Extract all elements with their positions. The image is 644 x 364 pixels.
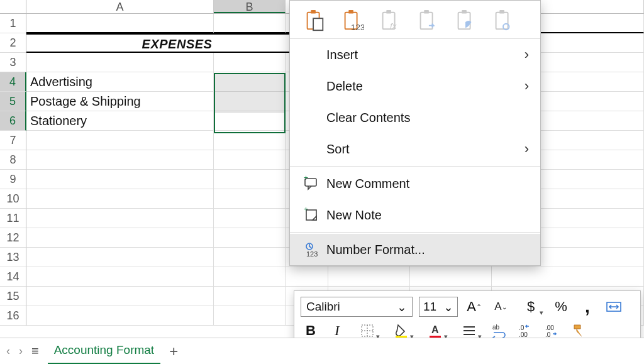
next-sheet-icon[interactable]: ›	[19, 345, 23, 358]
all-sheets-icon[interactable]: ≡	[31, 344, 39, 358]
svg-rect-13	[496, 13, 508, 30]
svg-rect-10	[424, 10, 429, 14]
row-7[interactable]: 7	[0, 131, 26, 150]
svg-text:fx: fx	[390, 21, 397, 31]
cell[interactable]	[26, 228, 214, 248]
menu-note-label: New Note	[326, 208, 382, 223]
merge-center-icon[interactable]	[604, 297, 624, 317]
row-11[interactable]: 11	[0, 209, 26, 228]
menu-insert[interactable]: Insert›	[290, 39, 540, 70]
row-13[interactable]: 13	[0, 248, 26, 267]
chevron-right-icon: ›	[525, 141, 529, 157]
cell[interactable]	[26, 189, 214, 209]
svg-rect-9	[421, 13, 433, 30]
row-1[interactable]: 1	[0, 14, 26, 33]
decrease-font-icon[interactable]: A⌄	[491, 297, 511, 317]
svg-text:ab: ab	[492, 324, 500, 331]
row-6[interactable]: 6	[0, 111, 26, 131]
col-A[interactable]: A	[26, 0, 214, 13]
cell[interactable]	[214, 228, 286, 248]
sheet-tab-active[interactable]: Accounting Format	[48, 338, 160, 365]
svg-text:A: A	[431, 324, 439, 335]
font-selector[interactable]: Calibri⌄	[301, 297, 413, 317]
svg-rect-7	[386, 10, 391, 14]
row-3[interactable]: 3	[0, 53, 26, 72]
row-12[interactable]: 12	[0, 228, 26, 248]
cell[interactable]	[26, 209, 214, 228]
cell[interactable]	[214, 209, 286, 228]
increase-font-icon[interactable]: A⌃	[464, 297, 484, 317]
cell[interactable]	[214, 53, 286, 72]
row-2[interactable]: 2	[0, 33, 26, 53]
col-B[interactable]: B	[214, 0, 286, 13]
cell[interactable]: Stationery	[26, 111, 214, 131]
cell[interactable]	[26, 131, 214, 150]
row-9[interactable]: 9	[0, 170, 26, 189]
cell[interactable]	[214, 111, 286, 131]
menu-delete-label: Delete	[326, 79, 363, 94]
row-15[interactable]: 15	[0, 287, 26, 306]
cell[interactable]	[214, 150, 286, 170]
svg-text:+: +	[304, 207, 308, 214]
svg-rect-4	[348, 10, 353, 14]
percent-format-icon[interactable]: %	[551, 297, 571, 317]
paste-link-icon[interactable]	[491, 8, 515, 33]
cell[interactable]	[286, 267, 328, 287]
select-all-corner[interactable]	[0, 0, 26, 13]
title-cell[interactable]: EXPENSES	[26, 33, 328, 53]
cell[interactable]	[26, 170, 214, 189]
paste-values-icon[interactable]: 123	[340, 8, 364, 33]
paste-transpose-icon[interactable]	[416, 8, 440, 33]
menu-numfmt-label: Number Format...	[326, 243, 425, 257]
svg-text:123: 123	[351, 23, 364, 32]
cell[interactable]	[214, 287, 286, 306]
comment-icon: +	[303, 175, 320, 192]
row-14[interactable]: 14	[0, 267, 26, 287]
cell[interactable]	[26, 14, 214, 33]
menu-delete[interactable]: Delete›	[290, 70, 540, 102]
cell[interactable]	[26, 267, 214, 287]
row-4[interactable]: 4	[0, 72, 26, 92]
cell[interactable]	[214, 248, 286, 267]
chevron-right-icon: ›	[525, 78, 529, 94]
chevron-right-icon: ›	[525, 47, 529, 63]
cell[interactable]	[214, 306, 286, 326]
menu-number-format[interactable]: 123 Number Format...	[290, 234, 540, 265]
menu-new-note[interactable]: + New Note	[290, 199, 540, 231]
cell[interactable]	[26, 53, 214, 72]
cell[interactable]: Postage & Shipping	[26, 92, 214, 111]
accounting-format-icon[interactable]: $	[517, 297, 545, 317]
cell[interactable]	[492, 267, 644, 287]
cell[interactable]	[214, 14, 286, 33]
svg-rect-2	[313, 18, 323, 30]
cell[interactable]	[214, 131, 286, 150]
cell[interactable]	[26, 306, 214, 326]
row-10[interactable]: 10	[0, 189, 26, 209]
cell[interactable]	[214, 189, 286, 209]
cell[interactable]	[410, 267, 492, 287]
cell[interactable]	[26, 248, 214, 267]
prev-sheet-icon[interactable]: ‹	[6, 345, 10, 358]
cell[interactable]	[328, 267, 410, 287]
menu-sort[interactable]: Sort›	[290, 133, 540, 165]
menu-new-comment[interactable]: + New Comment	[290, 168, 540, 199]
cell[interactable]	[214, 72, 286, 92]
cell[interactable]	[214, 170, 286, 189]
row-16[interactable]: 16	[0, 306, 26, 326]
cell[interactable]	[26, 150, 214, 170]
paste-formulas-icon[interactable]: fx	[378, 8, 402, 33]
comma-format-icon[interactable]: ,	[577, 297, 597, 317]
row-5[interactable]: 5	[0, 92, 26, 111]
paste-icon[interactable]	[303, 8, 326, 33]
menu-comment-label: New Comment	[326, 177, 409, 191]
font-size-selector[interactable]: 11⌄	[419, 297, 458, 317]
cell[interactable]: Advertising	[26, 72, 214, 92]
cell[interactable]	[214, 267, 286, 287]
menu-clear-contents[interactable]: Clear Contents	[290, 102, 540, 133]
add-sheet-icon[interactable]: +	[169, 343, 178, 360]
paste-formatting-icon[interactable]	[453, 8, 477, 33]
menu-separator	[290, 232, 540, 233]
cell[interactable]	[214, 92, 286, 111]
cell[interactable]	[26, 287, 214, 306]
row-8[interactable]: 8	[0, 150, 26, 170]
